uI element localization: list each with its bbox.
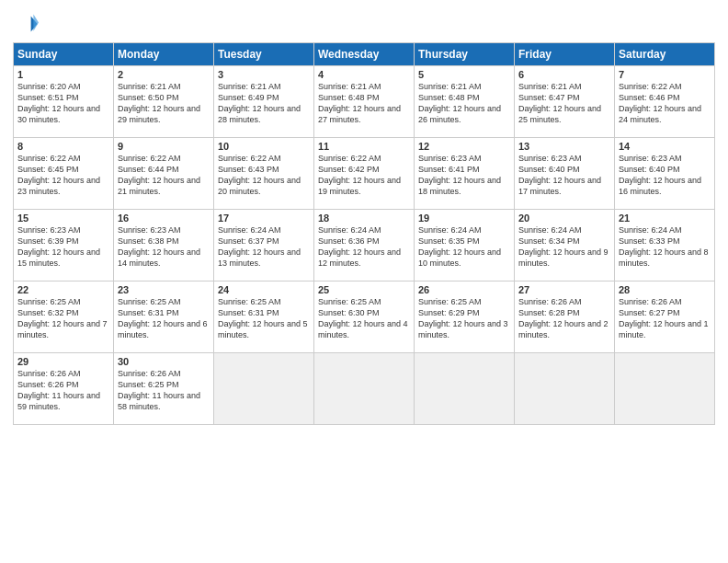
calendar-header-monday: Monday bbox=[114, 43, 214, 66]
calendar-week-2: 8Sunrise: 6:22 AM Sunset: 6:45 PM Daylig… bbox=[14, 138, 715, 210]
calendar-day bbox=[314, 353, 415, 425]
day-info: Sunrise: 6:20 AM Sunset: 6:51 PM Dayligh… bbox=[17, 81, 109, 126]
day-info: Sunrise: 6:21 AM Sunset: 6:48 PM Dayligh… bbox=[418, 81, 510, 126]
day-info: Sunrise: 6:24 AM Sunset: 6:37 PM Dayligh… bbox=[218, 224, 310, 270]
day-number: 24 bbox=[218, 284, 310, 295]
calendar-day: 3Sunrise: 6:21 AM Sunset: 6:49 PM Daylig… bbox=[214, 66, 314, 138]
calendar-day: 30Sunrise: 6:26 AM Sunset: 6:25 PM Dayli… bbox=[114, 353, 214, 425]
day-info: Sunrise: 6:23 AM Sunset: 6:40 PM Dayligh… bbox=[518, 153, 610, 198]
calendar-day: 9Sunrise: 6:22 AM Sunset: 6:44 PM Daylig… bbox=[114, 138, 214, 210]
day-number: 26 bbox=[418, 284, 510, 295]
calendar-day: 11Sunrise: 6:22 AM Sunset: 6:42 PM Dayli… bbox=[314, 138, 415, 210]
calendar-day: 7Sunrise: 6:22 AM Sunset: 6:46 PM Daylig… bbox=[615, 66, 715, 138]
day-number: 10 bbox=[218, 141, 310, 152]
calendar-day: 27Sunrise: 6:26 AM Sunset: 6:28 PM Dayli… bbox=[515, 282, 615, 353]
day-info: Sunrise: 6:24 AM Sunset: 6:36 PM Dayligh… bbox=[318, 224, 410, 270]
day-info: Sunrise: 6:26 AM Sunset: 6:28 PM Dayligh… bbox=[518, 296, 610, 341]
calendar-day: 13Sunrise: 6:23 AM Sunset: 6:40 PM Dayli… bbox=[515, 138, 615, 210]
day-info: Sunrise: 6:25 AM Sunset: 6:31 PM Dayligh… bbox=[118, 296, 210, 341]
day-number: 13 bbox=[518, 141, 610, 152]
calendar-day: 24Sunrise: 6:25 AM Sunset: 6:31 PM Dayli… bbox=[214, 282, 314, 353]
day-number: 30 bbox=[118, 356, 210, 367]
calendar-day: 22Sunrise: 6:25 AM Sunset: 6:32 PM Dayli… bbox=[14, 282, 114, 353]
day-number: 20 bbox=[518, 213, 610, 224]
calendar-header-sunday: Sunday bbox=[14, 43, 114, 66]
day-number: 2 bbox=[118, 69, 210, 80]
calendar-header-friday: Friday bbox=[515, 43, 615, 66]
calendar-day: 1Sunrise: 6:20 AM Sunset: 6:51 PM Daylig… bbox=[14, 66, 114, 138]
day-number: 28 bbox=[619, 284, 711, 295]
day-info: Sunrise: 6:25 AM Sunset: 6:30 PM Dayligh… bbox=[318, 296, 410, 341]
day-info: Sunrise: 6:23 AM Sunset: 6:38 PM Dayligh… bbox=[118, 224, 210, 270]
calendar-day: 10Sunrise: 6:22 AM Sunset: 6:43 PM Dayli… bbox=[214, 138, 314, 210]
day-number: 16 bbox=[118, 213, 210, 224]
day-number: 7 bbox=[619, 69, 711, 80]
day-info: Sunrise: 6:23 AM Sunset: 6:40 PM Dayligh… bbox=[619, 153, 711, 198]
day-info: Sunrise: 6:22 AM Sunset: 6:43 PM Dayligh… bbox=[218, 153, 310, 198]
calendar-day: 29Sunrise: 6:26 AM Sunset: 6:26 PM Dayli… bbox=[14, 353, 114, 425]
day-info: Sunrise: 6:22 AM Sunset: 6:42 PM Dayligh… bbox=[318, 153, 410, 198]
calendar-day: 12Sunrise: 6:23 AM Sunset: 6:41 PM Dayli… bbox=[415, 138, 515, 210]
calendar-header-thursday: Thursday bbox=[415, 43, 515, 66]
calendar-day: 17Sunrise: 6:24 AM Sunset: 6:37 PM Dayli… bbox=[214, 210, 314, 282]
day-number: 5 bbox=[418, 69, 510, 80]
day-number: 23 bbox=[118, 284, 210, 295]
day-number: 19 bbox=[418, 213, 510, 224]
calendar-week-5: 29Sunrise: 6:26 AM Sunset: 6:26 PM Dayli… bbox=[14, 353, 715, 425]
calendar-day: 6Sunrise: 6:21 AM Sunset: 6:47 PM Daylig… bbox=[515, 66, 615, 138]
day-info: Sunrise: 6:24 AM Sunset: 6:33 PM Dayligh… bbox=[619, 224, 711, 270]
day-info: Sunrise: 6:26 AM Sunset: 6:25 PM Dayligh… bbox=[118, 368, 210, 413]
day-info: Sunrise: 6:21 AM Sunset: 6:48 PM Dayligh… bbox=[318, 81, 410, 126]
calendar-day: 4Sunrise: 6:21 AM Sunset: 6:48 PM Daylig… bbox=[314, 66, 415, 138]
calendar-day: 5Sunrise: 6:21 AM Sunset: 6:48 PM Daylig… bbox=[415, 66, 515, 138]
day-number: 17 bbox=[218, 213, 310, 224]
day-number: 12 bbox=[418, 141, 510, 152]
calendar-day: 19Sunrise: 6:24 AM Sunset: 6:35 PM Dayli… bbox=[415, 210, 515, 282]
calendar-day bbox=[415, 353, 515, 425]
logo bbox=[13, 11, 42, 37]
calendar-header-saturday: Saturday bbox=[615, 43, 715, 66]
day-number: 15 bbox=[17, 213, 109, 224]
day-number: 25 bbox=[318, 284, 410, 295]
day-info: Sunrise: 6:24 AM Sunset: 6:34 PM Dayligh… bbox=[518, 224, 610, 270]
day-info: Sunrise: 6:22 AM Sunset: 6:44 PM Dayligh… bbox=[118, 153, 210, 198]
day-info: Sunrise: 6:22 AM Sunset: 6:46 PM Dayligh… bbox=[619, 81, 711, 126]
day-info: Sunrise: 6:23 AM Sunset: 6:39 PM Dayligh… bbox=[17, 224, 109, 270]
calendar-day: 23Sunrise: 6:25 AM Sunset: 6:31 PM Dayli… bbox=[114, 282, 214, 353]
calendar-day: 16Sunrise: 6:23 AM Sunset: 6:38 PM Dayli… bbox=[114, 210, 214, 282]
day-number: 11 bbox=[318, 141, 410, 152]
logo-icon bbox=[13, 11, 39, 37]
calendar-header-row: SundayMondayTuesdayWednesdayThursdayFrid… bbox=[14, 43, 715, 66]
day-info: Sunrise: 6:25 AM Sunset: 6:32 PM Dayligh… bbox=[17, 296, 109, 341]
calendar-day: 21Sunrise: 6:24 AM Sunset: 6:33 PM Dayli… bbox=[615, 210, 715, 282]
calendar-day: 20Sunrise: 6:24 AM Sunset: 6:34 PM Dayli… bbox=[515, 210, 615, 282]
calendar-day: 14Sunrise: 6:23 AM Sunset: 6:40 PM Dayli… bbox=[615, 138, 715, 210]
day-number: 6 bbox=[518, 69, 610, 80]
day-number: 1 bbox=[17, 69, 109, 80]
calendar-day: 2Sunrise: 6:21 AM Sunset: 6:50 PM Daylig… bbox=[114, 66, 214, 138]
day-info: Sunrise: 6:22 AM Sunset: 6:45 PM Dayligh… bbox=[17, 153, 109, 198]
calendar-week-4: 22Sunrise: 6:25 AM Sunset: 6:32 PM Dayli… bbox=[14, 282, 715, 353]
calendar-day: 15Sunrise: 6:23 AM Sunset: 6:39 PM Dayli… bbox=[14, 210, 114, 282]
day-number: 27 bbox=[518, 284, 610, 295]
main-container: SundayMondayTuesdayWednesdayThursdayFrid… bbox=[0, 0, 728, 563]
calendar-table: SundayMondayTuesdayWednesdayThursdayFrid… bbox=[13, 42, 715, 425]
day-info: Sunrise: 6:26 AM Sunset: 6:26 PM Dayligh… bbox=[17, 368, 109, 413]
day-number: 22 bbox=[17, 284, 109, 295]
calendar-week-1: 1Sunrise: 6:20 AM Sunset: 6:51 PM Daylig… bbox=[14, 66, 715, 138]
day-info: Sunrise: 6:21 AM Sunset: 6:50 PM Dayligh… bbox=[118, 81, 210, 126]
calendar-week-3: 15Sunrise: 6:23 AM Sunset: 6:39 PM Dayli… bbox=[14, 210, 715, 282]
day-number: 18 bbox=[318, 213, 410, 224]
day-number: 14 bbox=[619, 141, 711, 152]
calendar-day: 8Sunrise: 6:22 AM Sunset: 6:45 PM Daylig… bbox=[14, 138, 114, 210]
calendar-header-wednesday: Wednesday bbox=[314, 43, 415, 66]
calendar-day bbox=[615, 353, 715, 425]
day-info: Sunrise: 6:21 AM Sunset: 6:47 PM Dayligh… bbox=[518, 81, 610, 126]
day-number: 21 bbox=[619, 213, 711, 224]
calendar-day: 18Sunrise: 6:24 AM Sunset: 6:36 PM Dayli… bbox=[314, 210, 415, 282]
calendar-day: 26Sunrise: 6:25 AM Sunset: 6:29 PM Dayli… bbox=[415, 282, 515, 353]
day-number: 4 bbox=[318, 69, 410, 80]
header bbox=[13, 11, 715, 37]
day-info: Sunrise: 6:21 AM Sunset: 6:49 PM Dayligh… bbox=[218, 81, 310, 126]
day-info: Sunrise: 6:23 AM Sunset: 6:41 PM Dayligh… bbox=[418, 153, 510, 198]
